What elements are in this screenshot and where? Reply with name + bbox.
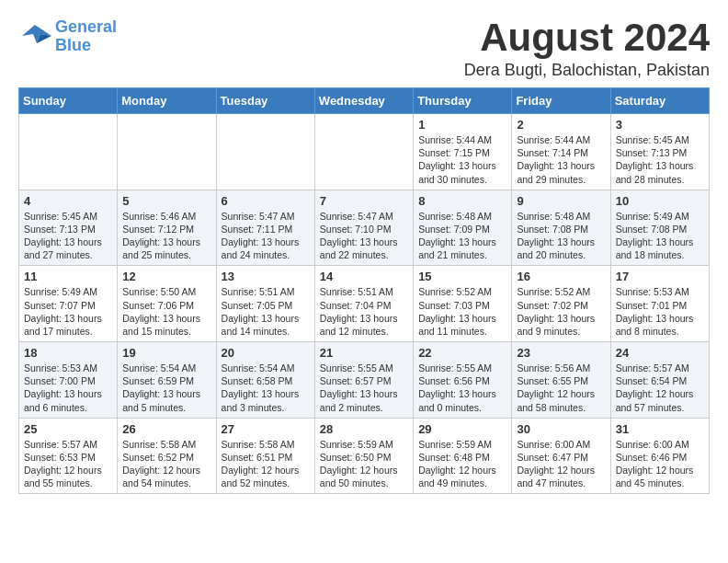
weekday-header-sunday: Sunday bbox=[19, 88, 118, 114]
day-number: 25 bbox=[24, 422, 112, 436]
weekday-header-monday: Monday bbox=[118, 88, 216, 114]
day-number: 4 bbox=[24, 194, 112, 208]
logo-text: General Blue bbox=[55, 18, 117, 55]
weekday-header-friday: Friday bbox=[512, 88, 610, 114]
calendar-cell: 30Sunrise: 6:00 AM Sunset: 6:47 PM Dayli… bbox=[512, 418, 610, 494]
day-number: 29 bbox=[418, 422, 506, 436]
calendar-cell: 23Sunrise: 5:56 AM Sunset: 6:55 PM Dayli… bbox=[512, 342, 610, 419]
calendar-cell: 22Sunrise: 5:55 AM Sunset: 6:56 PM Dayli… bbox=[414, 342, 512, 419]
calendar-cell: 27Sunrise: 5:58 AM Sunset: 6:51 PM Dayli… bbox=[216, 418, 314, 494]
calendar-cell: 12Sunrise: 5:50 AM Sunset: 7:06 PM Dayli… bbox=[118, 266, 216, 342]
day-number: 6 bbox=[222, 194, 310, 208]
day-detail: Sunrise: 6:00 AM Sunset: 6:47 PM Dayligh… bbox=[517, 438, 605, 490]
calendar-cell: 20Sunrise: 5:54 AM Sunset: 6:58 PM Dayli… bbox=[216, 342, 314, 419]
day-detail: Sunrise: 5:45 AM Sunset: 7:13 PM Dayligh… bbox=[24, 210, 112, 262]
day-detail: Sunrise: 5:50 AM Sunset: 7:06 PM Dayligh… bbox=[122, 285, 210, 338]
day-detail: Sunrise: 6:00 AM Sunset: 6:46 PM Dayligh… bbox=[616, 438, 704, 490]
day-detail: Sunrise: 5:47 AM Sunset: 7:11 PM Dayligh… bbox=[222, 210, 310, 262]
calendar-cell: 3Sunrise: 5:45 AM Sunset: 7:13 PM Daylig… bbox=[610, 114, 709, 190]
calendar-cell bbox=[314, 114, 413, 190]
calendar-cell: 8Sunrise: 5:48 AM Sunset: 7:09 PM Daylig… bbox=[414, 190, 512, 266]
weekday-header-thursday: Thursday bbox=[414, 88, 512, 114]
calendar-table: SundayMondayTuesdayWednesdayThursdayFrid… bbox=[18, 87, 710, 494]
day-detail: Sunrise: 5:51 AM Sunset: 7:04 PM Dayligh… bbox=[320, 285, 408, 338]
day-detail: Sunrise: 5:52 AM Sunset: 7:02 PM Dayligh… bbox=[517, 285, 605, 338]
calendar-cell: 16Sunrise: 5:52 AM Sunset: 7:02 PM Dayli… bbox=[512, 266, 610, 342]
day-detail: Sunrise: 5:59 AM Sunset: 6:48 PM Dayligh… bbox=[418, 438, 506, 490]
day-detail: Sunrise: 5:55 AM Sunset: 6:56 PM Dayligh… bbox=[418, 362, 506, 414]
calendar-cell: 5Sunrise: 5:46 AM Sunset: 7:12 PM Daylig… bbox=[118, 190, 216, 266]
day-number: 20 bbox=[222, 346, 310, 360]
calendar-cell bbox=[19, 114, 118, 190]
calendar-cell bbox=[216, 114, 314, 190]
day-detail: Sunrise: 5:44 AM Sunset: 7:14 PM Dayligh… bbox=[517, 133, 605, 186]
weekday-header-saturday: Saturday bbox=[610, 88, 709, 114]
day-detail: Sunrise: 5:46 AM Sunset: 7:12 PM Dayligh… bbox=[122, 210, 210, 262]
day-detail: Sunrise: 5:56 AM Sunset: 6:55 PM Dayligh… bbox=[517, 362, 605, 414]
calendar-cell bbox=[118, 114, 216, 190]
day-number: 9 bbox=[517, 194, 605, 208]
day-number: 19 bbox=[122, 346, 210, 360]
calendar-week-row: 11Sunrise: 5:49 AM Sunset: 7:07 PM Dayli… bbox=[19, 266, 710, 342]
day-number: 12 bbox=[122, 270, 210, 283]
day-detail: Sunrise: 5:53 AM Sunset: 7:00 PM Dayligh… bbox=[24, 362, 112, 414]
day-number: 24 bbox=[616, 346, 704, 360]
day-number: 15 bbox=[418, 270, 506, 283]
day-number: 8 bbox=[418, 194, 506, 208]
weekday-header-tuesday: Tuesday bbox=[216, 88, 314, 114]
calendar-week-row: 25Sunrise: 5:57 AM Sunset: 6:53 PM Dayli… bbox=[19, 418, 710, 494]
calendar-week-row: 18Sunrise: 5:53 AM Sunset: 7:00 PM Dayli… bbox=[19, 342, 710, 419]
day-detail: Sunrise: 5:57 AM Sunset: 6:54 PM Dayligh… bbox=[616, 362, 704, 414]
title-block: August 2024 Dera Bugti, Balochistan, Pak… bbox=[464, 18, 710, 80]
calendar-week-row: 1Sunrise: 5:44 AM Sunset: 7:15 PM Daylig… bbox=[19, 114, 710, 190]
day-detail: Sunrise: 5:44 AM Sunset: 7:15 PM Dayligh… bbox=[418, 133, 506, 186]
calendar-cell: 13Sunrise: 5:51 AM Sunset: 7:05 PM Dayli… bbox=[216, 266, 314, 342]
day-number: 3 bbox=[616, 118, 704, 132]
day-number: 26 bbox=[122, 422, 210, 436]
day-number: 30 bbox=[517, 422, 605, 436]
day-detail: Sunrise: 5:45 AM Sunset: 7:13 PM Dayligh… bbox=[616, 133, 704, 186]
day-detail: Sunrise: 5:48 AM Sunset: 7:08 PM Dayligh… bbox=[517, 210, 605, 262]
day-detail: Sunrise: 5:52 AM Sunset: 7:03 PM Dayligh… bbox=[418, 285, 506, 338]
day-number: 23 bbox=[517, 346, 605, 360]
calendar-cell: 25Sunrise: 5:57 AM Sunset: 6:53 PM Dayli… bbox=[19, 418, 118, 494]
weekday-header-wednesday: Wednesday bbox=[314, 88, 413, 114]
day-number: 11 bbox=[24, 270, 112, 283]
day-number: 22 bbox=[418, 346, 506, 360]
calendar-cell: 11Sunrise: 5:49 AM Sunset: 7:07 PM Dayli… bbox=[19, 266, 118, 342]
calendar-cell: 7Sunrise: 5:47 AM Sunset: 7:10 PM Daylig… bbox=[314, 190, 413, 266]
calendar-cell: 21Sunrise: 5:55 AM Sunset: 6:57 PM Dayli… bbox=[314, 342, 413, 419]
month-title: August 2024 bbox=[464, 18, 710, 57]
calendar-cell: 1Sunrise: 5:44 AM Sunset: 7:15 PM Daylig… bbox=[414, 114, 512, 190]
day-number: 27 bbox=[222, 422, 310, 436]
day-detail: Sunrise: 5:54 AM Sunset: 6:59 PM Dayligh… bbox=[122, 362, 210, 414]
day-number: 18 bbox=[24, 346, 112, 360]
svg-marker-0 bbox=[22, 25, 51, 43]
calendar-cell: 14Sunrise: 5:51 AM Sunset: 7:04 PM Dayli… bbox=[314, 266, 413, 342]
day-detail: Sunrise: 5:58 AM Sunset: 6:52 PM Dayligh… bbox=[122, 438, 210, 490]
calendar-cell: 15Sunrise: 5:52 AM Sunset: 7:03 PM Dayli… bbox=[414, 266, 512, 342]
logo: General Blue bbox=[18, 18, 117, 55]
day-detail: Sunrise: 5:58 AM Sunset: 6:51 PM Dayligh… bbox=[222, 438, 310, 490]
calendar-cell: 28Sunrise: 5:59 AM Sunset: 6:50 PM Dayli… bbox=[314, 418, 413, 494]
calendar-cell: 4Sunrise: 5:45 AM Sunset: 7:13 PM Daylig… bbox=[19, 190, 118, 266]
calendar-cell: 29Sunrise: 5:59 AM Sunset: 6:48 PM Dayli… bbox=[414, 418, 512, 494]
day-detail: Sunrise: 5:54 AM Sunset: 6:58 PM Dayligh… bbox=[222, 362, 310, 414]
day-detail: Sunrise: 5:49 AM Sunset: 7:08 PM Dayligh… bbox=[616, 210, 704, 262]
day-number: 28 bbox=[320, 422, 408, 436]
calendar-cell: 24Sunrise: 5:57 AM Sunset: 6:54 PM Dayli… bbox=[610, 342, 709, 419]
day-number: 16 bbox=[517, 270, 605, 283]
page-header: General Blue August 2024 Dera Bugti, Bal… bbox=[18, 18, 710, 80]
day-number: 31 bbox=[616, 422, 704, 436]
day-detail: Sunrise: 5:47 AM Sunset: 7:10 PM Dayligh… bbox=[320, 210, 408, 262]
calendar-week-row: 4Sunrise: 5:45 AM Sunset: 7:13 PM Daylig… bbox=[19, 190, 710, 266]
calendar-cell: 10Sunrise: 5:49 AM Sunset: 7:08 PM Dayli… bbox=[610, 190, 709, 266]
calendar-cell: 19Sunrise: 5:54 AM Sunset: 6:59 PM Dayli… bbox=[118, 342, 216, 419]
calendar-cell: 17Sunrise: 5:53 AM Sunset: 7:01 PM Dayli… bbox=[610, 266, 709, 342]
calendar-cell: 2Sunrise: 5:44 AM Sunset: 7:14 PM Daylig… bbox=[512, 114, 610, 190]
day-detail: Sunrise: 5:51 AM Sunset: 7:05 PM Dayligh… bbox=[222, 285, 310, 338]
weekday-header-row: SundayMondayTuesdayWednesdayThursdayFrid… bbox=[19, 88, 710, 114]
day-number: 10 bbox=[616, 194, 704, 208]
day-number: 5 bbox=[122, 194, 210, 208]
day-number: 21 bbox=[320, 346, 408, 360]
